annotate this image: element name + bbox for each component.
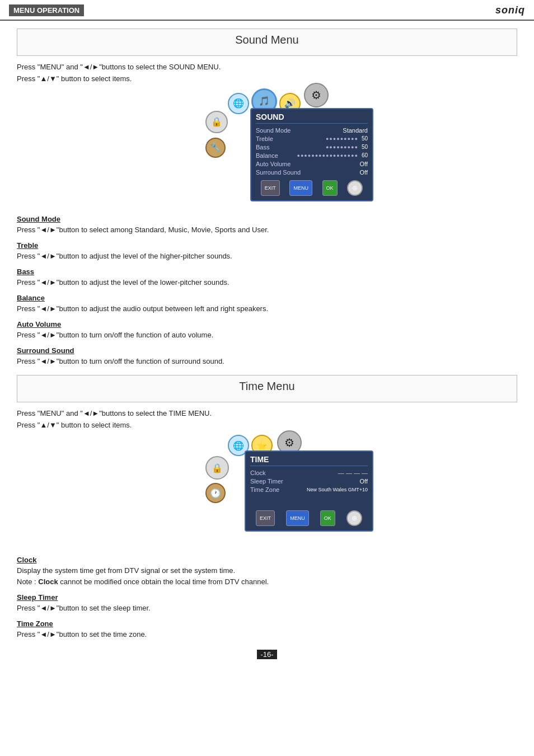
osd-clock-label: Clock [250, 469, 266, 476]
globe-icon: 🌐 [228, 93, 249, 114]
gear-icon-strip: ⚙ [304, 83, 329, 107]
osd-sound-mode-label: Sound Mode [256, 127, 291, 134]
auto-volume-heading: Auto Volume [17, 320, 517, 328]
osd-bass-row: Bass ●●●●●●●●● 50 [256, 144, 368, 151]
osd-sleep-timer-value: Off [360, 478, 368, 485]
sleep-timer-heading: Sleep Timer [17, 593, 517, 602]
time-exit-button[interactable]: EXIT [256, 510, 275, 526]
sound-mode-heading: Sound Mode [17, 215, 517, 223]
brand-logo: soniq [495, 4, 525, 16]
sound-menu-mockup: 🌐 🎵 🔊 ⚙ 🔒 🔧 SOUND Sound Mode Standard [0, 88, 534, 212]
balance-text: Press "◄/►"button to adjust the audio ou… [17, 303, 517, 314]
osd-clock-row: Clock — — — — [250, 469, 368, 476]
header: MENU OPERATION soniq [0, 0, 534, 21]
osd-auto-volume-row: Auto Volume Off [256, 161, 368, 167]
treble-text: Press "◄/►"button to adjust the level of… [17, 251, 517, 262]
sound-descriptions: Sound Mode Press "◄/►"button to select a… [17, 215, 517, 368]
treble-desc: Treble Press "◄/►"button to adjust the l… [17, 241, 517, 262]
clock-desc: Clock Display the system time get from D… [17, 556, 517, 588]
lock-icon-time: 🔒 [205, 456, 229, 480]
balance-heading: Balance [17, 294, 517, 302]
treble-value: 50 [362, 135, 368, 142]
surround-text: Press "◄/►"button to turn on/off the fun… [17, 356, 517, 367]
surround-heading: Surround Sound [17, 346, 517, 355]
time-instruction2: Press "▲/▼" button to select items. [17, 420, 517, 431]
osd-auto-volume-label: Auto Volume [256, 161, 291, 167]
osd-balance-row: Balance ●●●●●●●●●●●●●●●●● 60 [256, 152, 368, 159]
nav-icon: ⊕ [347, 180, 363, 196]
osd-balance-bar: ●●●●●●●●●●●●●●●●● 60 [297, 152, 368, 158]
osd-time-zone-label: Time Zone [250, 486, 279, 493]
time-instruction1: Press "MENU" and "◄/►"buttons to select … [17, 408, 517, 420]
time-zone-text: Press "◄/►"button to set the time zone. [17, 629, 517, 640]
menu-button[interactable]: MENU [289, 180, 312, 196]
sound-instruction1: Press "MENU" and "◄/►"buttons to select … [17, 62, 517, 73]
osd-treble-row: Treble ●●●●●●●●● 50 [256, 135, 368, 142]
bass-desc: Bass Press "◄/►"button to adjust the lev… [17, 267, 517, 288]
osd-time-zone-value: New South Wales GMT+10 [307, 487, 368, 492]
sound-instruction2: Press "▲/▼" button to select items. [17, 73, 517, 85]
sound-mode-text: Press "◄/►"button to select among Standa… [17, 224, 517, 236]
time-menu-mockup: 🌐 ⭐ ⚙ 🔒 🕐 TIME Clock — — — — [0, 435, 534, 552]
clock-heading: Clock [17, 556, 517, 564]
balance-bar-fill: ●●●●●●●●●●●●●●●●● [297, 153, 358, 158]
time-instructions: Press "MENU" and "◄/►"buttons to select … [17, 408, 517, 431]
time-osd-title: TIME [250, 455, 368, 466]
sound-mode-desc: Sound Mode Press "◄/►"button to select a… [17, 215, 517, 236]
sound-osd-panel: SOUND Sound Mode Standard Treble ●●●●●●●… [250, 108, 373, 201]
time-osd-buttons: EXIT MENU OK ⊕ [250, 510, 368, 526]
osd-time-zone-row: Time Zone New South Wales GMT+10 [250, 486, 368, 493]
clock-note: Note : Clock cannot be modified once obt… [17, 576, 517, 588]
osd-surround-value: Off [360, 169, 368, 176]
time-menu-box: Time Menu [17, 375, 517, 402]
sleep-timer-desc: Sleep Timer Press "◄/►"button to set the… [17, 593, 517, 614]
osd-auto-volume-value: Off [360, 161, 368, 167]
time-ok-button[interactable]: OK [320, 510, 335, 526]
time-menu-title: Time Menu [23, 380, 511, 393]
sleep-timer-text: Press "◄/►"button to set the sleep timer… [17, 603, 517, 614]
settings-icon: 🔧 [205, 138, 226, 158]
clock-text: Display the system time get from DTV sig… [17, 565, 517, 576]
auto-volume-desc: Auto Volume Press "◄/►"button to turn on… [17, 320, 517, 341]
osd-bass-label: Bass [256, 144, 269, 151]
time-menu-section: Time Menu Press "MENU" and "◄/►"buttons … [0, 375, 534, 640]
osd-surround-row: Surround Sound Off [256, 169, 368, 176]
osd-treble-bar: ●●●●●●●●● 50 [326, 135, 368, 142]
auto-volume-text: Press "◄/►"button to turn on/off the fun… [17, 330, 517, 341]
page-number: -16- [257, 650, 277, 659]
time-osd-panel: TIME Clock — — — — Sleep Timer Off Time … [245, 450, 373, 532]
bass-heading: Bass [17, 267, 517, 276]
osd-bass-bar: ●●●●●●●●● 50 [326, 144, 368, 150]
time-descriptions: Clock Display the system time get from D… [17, 556, 517, 641]
sound-menu-section: Sound Menu Press "MENU" and "◄/►"buttons… [0, 29, 534, 367]
osd-clock-value: — — — — [338, 469, 368, 476]
balance-desc: Balance Press "◄/►"button to adjust the … [17, 294, 517, 314]
osd-treble-label: Treble [256, 135, 273, 142]
sound-menu-box: Sound Menu [17, 29, 517, 56]
sound-menu-title: Sound Menu [23, 34, 511, 46]
page-number-container: -16- [0, 650, 534, 659]
time-menu-button[interactable]: MENU [286, 510, 309, 526]
surround-desc: Surround Sound Press "◄/►"button to turn… [17, 346, 517, 367]
balance-value: 60 [362, 152, 368, 158]
exit-button[interactable]: EXIT [261, 180, 280, 196]
time-zone-desc: Time Zone Press "◄/►"button to set the t… [17, 619, 517, 640]
osd-sleep-timer-row: Sleep Timer Off [250, 478, 368, 485]
bass-text: Press "◄/►"button to adjust the level of… [17, 277, 517, 288]
section-label: MENU OPERATION [9, 4, 84, 16]
bass-value: 50 [362, 144, 368, 150]
osd-sleep-timer-label: Sleep Timer [250, 478, 283, 485]
time-nav-icon: ⊕ [346, 510, 362, 526]
osd-sound-mode-value: Standard [343, 127, 368, 134]
osd-balance-label: Balance [256, 152, 278, 159]
sound-osd-title: SOUND [256, 112, 368, 124]
osd-surround-label: Surround Sound [256, 169, 301, 176]
lock-icon: 🔒 [205, 111, 228, 133]
sound-instructions: Press "MENU" and "◄/►"buttons to select … [17, 62, 517, 85]
ok-button[interactable]: OK [322, 180, 338, 196]
time-zone-heading: Time Zone [17, 619, 517, 628]
osd-sound-mode-row: Sound Mode Standard [256, 127, 368, 134]
clock-icon-time: 🕐 [205, 483, 226, 503]
bass-bar-fill: ●●●●●●●●● [326, 144, 358, 150]
sound-osd-buttons: EXIT MENU OK ⊕ [256, 180, 368, 196]
